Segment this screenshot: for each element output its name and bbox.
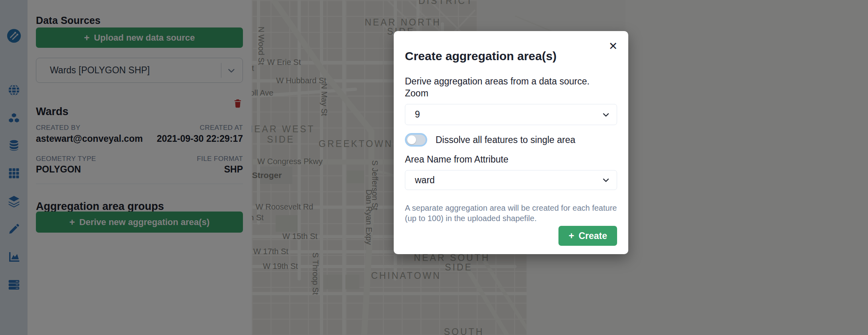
toggle-knob xyxy=(407,135,416,144)
dissolve-toggle-label: Dissolve all features to single area xyxy=(436,135,575,145)
zoom-label: Zoom xyxy=(405,88,428,99)
attribute-select[interactable]: ward xyxy=(405,170,617,190)
chevron-down-icon xyxy=(601,110,611,120)
create-button[interactable]: + Create xyxy=(558,226,617,246)
close-icon[interactable]: ✕ xyxy=(606,39,620,53)
attribute-label: Area Name from Attribute xyxy=(405,154,509,165)
modal-description: Derive aggregation areas from a data sou… xyxy=(405,76,590,87)
chevron-down-icon xyxy=(601,175,611,185)
attribute-select-value: ward xyxy=(415,175,435,186)
modal-title: Create aggregation area(s) xyxy=(405,49,556,63)
dissolve-toggle-row: Dissolve all features to single area xyxy=(405,133,575,147)
dissolve-toggle[interactable] xyxy=(405,133,427,147)
zoom-select[interactable]: 9 xyxy=(405,104,617,125)
app-window: DISTRICT NEAR NORTH SIDE NEAR WEST SIDE … xyxy=(0,0,868,335)
attribute-helper-text: A separate aggregation area will be crea… xyxy=(405,203,618,223)
zoom-select-value: 9 xyxy=(415,109,420,120)
plus-icon: + xyxy=(568,231,574,241)
create-button-label: Create xyxy=(578,231,607,241)
close-glyph: ✕ xyxy=(609,41,618,52)
create-aggregation-modal: Create aggregation area(s) ✕ Derive aggr… xyxy=(394,31,628,254)
